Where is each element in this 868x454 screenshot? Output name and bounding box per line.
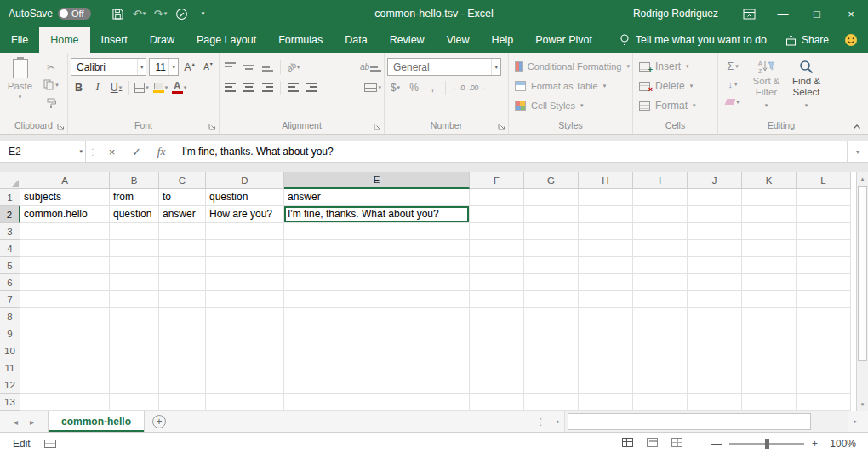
formula-input[interactable]: I'm fine, thanks. What about you?: [174, 141, 847, 162]
cell-G4[interactable]: [524, 240, 579, 257]
cell-J9[interactable]: [688, 325, 742, 342]
cell-A7[interactable]: [20, 291, 110, 308]
cancel-button[interactable]: ×: [100, 141, 124, 162]
cell-L12[interactable]: [797, 376, 851, 394]
wrap-text-button[interactable]: ab: [360, 59, 381, 75]
cell-L5[interactable]: [797, 257, 851, 274]
cell-A5[interactable]: [20, 257, 110, 274]
decrease-indent-button[interactable]: [285, 79, 301, 95]
ribbon-tab-view[interactable]: View: [436, 27, 481, 53]
cell-G10[interactable]: [524, 342, 579, 359]
row-header-9[interactable]: 9: [0, 325, 20, 342]
column-header-F[interactable]: F: [470, 172, 524, 189]
cell-A1[interactable]: subjects: [20, 189, 110, 206]
new-sheet-button[interactable]: +: [145, 411, 174, 432]
cell-H7[interactable]: [579, 291, 633, 308]
cell-B4[interactable]: [110, 240, 159, 257]
cell-K10[interactable]: [742, 342, 797, 359]
cell-K6[interactable]: [742, 274, 797, 291]
cell-D8[interactable]: [206, 308, 284, 325]
cell-K2[interactable]: [742, 206, 797, 223]
format-cells-button[interactable]: Format▾: [636, 96, 715, 115]
cell-F7[interactable]: [470, 291, 524, 308]
cell-D12[interactable]: [206, 376, 284, 394]
feedback-smiley-button[interactable]: [844, 27, 868, 53]
cell-I6[interactable]: [633, 274, 688, 291]
cell-J1[interactable]: [688, 189, 742, 206]
increase-indent-button[interactable]: [304, 79, 320, 95]
vertical-scrollbar-thumb[interactable]: [858, 186, 867, 361]
cell-G7[interactable]: [524, 291, 579, 308]
cell-I4[interactable]: [633, 240, 688, 257]
cell-J8[interactable]: [688, 308, 742, 325]
cell-B11[interactable]: [110, 359, 159, 376]
ribbon-tab-insert[interactable]: Insert: [90, 27, 139, 53]
cell-C5[interactable]: [159, 257, 206, 274]
cell-J13[interactable]: [688, 394, 742, 411]
cell-H11[interactable]: [579, 359, 633, 376]
cell-H2[interactable]: [579, 206, 633, 223]
page-break-view-button[interactable]: [671, 438, 682, 450]
cell-B12[interactable]: [110, 376, 159, 394]
column-header-I[interactable]: I: [633, 172, 688, 189]
cell-B3[interactable]: [110, 223, 159, 240]
cut-button[interactable]: ✂: [39, 60, 63, 74]
cell-A3[interactable]: [20, 223, 110, 240]
cell-J5[interactable]: [688, 257, 742, 274]
cell-K8[interactable]: [742, 308, 797, 325]
ribbon-tab-power-pivot[interactable]: Power Pivot: [524, 27, 603, 53]
horizontal-scrollbar-track[interactable]: [564, 411, 848, 432]
ribbon-tab-draw[interactable]: Draw: [139, 27, 186, 53]
percent-style-button[interactable]: %: [406, 79, 422, 95]
cell-A6[interactable]: [20, 274, 110, 291]
cell-E8[interactable]: [284, 308, 470, 325]
cell-L11[interactable]: [797, 359, 851, 376]
autosave-toggle[interactable]: AutoSave Off: [9, 8, 91, 20]
cell-F13[interactable]: [470, 394, 524, 411]
cell-H13[interactable]: [579, 394, 633, 411]
cell-E1[interactable]: answer: [284, 189, 470, 206]
cell-C2[interactable]: answer: [159, 206, 206, 223]
row-header-6[interactable]: 6: [0, 274, 20, 291]
bottom-align-button[interactable]: [260, 59, 276, 75]
ribbon-tab-page-layout[interactable]: Page Layout: [186, 27, 267, 53]
cell-L6[interactable]: [797, 274, 851, 291]
cell-B2[interactable]: question: [110, 206, 159, 223]
customize-quick-access-toolbar-button[interactable]: ▾: [194, 2, 213, 26]
cell-C3[interactable]: [159, 223, 206, 240]
cell-H8[interactable]: [579, 308, 633, 325]
scroll-right-button[interactable]: ▸: [848, 411, 863, 432]
zoom-level[interactable]: 100%: [825, 438, 856, 450]
cell-B1[interactable]: from: [110, 189, 159, 206]
ribbon-tab-home[interactable]: Home: [39, 27, 89, 53]
cell-J3[interactable]: [688, 223, 742, 240]
cell-H12[interactable]: [579, 376, 633, 394]
cell-A4[interactable]: [20, 240, 110, 257]
previous-sheet-button[interactable]: ◂: [14, 417, 18, 427]
column-header-B[interactable]: B: [110, 172, 159, 189]
borders-button[interactable]: ▾: [134, 79, 150, 95]
tab-scrollbar-splitter[interactable]: ⋮: [536, 417, 545, 428]
font-family-select[interactable]: Calibri▾: [71, 58, 146, 76]
cell-G11[interactable]: [524, 359, 579, 376]
insert-function-button[interactable]: fx: [149, 141, 174, 162]
cell-A12[interactable]: [20, 376, 110, 394]
increase-decimal-button[interactable]: ←.0: [450, 79, 466, 95]
column-header-L[interactable]: L: [797, 172, 851, 189]
cell-F6[interactable]: [470, 274, 524, 291]
cell-H3[interactable]: [579, 223, 633, 240]
minimize-button[interactable]: —: [766, 0, 800, 27]
share-button[interactable]: Share: [785, 27, 844, 53]
row-header-8[interactable]: 8: [0, 308, 20, 325]
cell-C7[interactable]: [159, 291, 206, 308]
cell-E11[interactable]: [284, 359, 470, 376]
column-header-H[interactable]: H: [579, 172, 633, 189]
cell-H4[interactable]: [579, 240, 633, 257]
top-align-button[interactable]: [222, 59, 238, 75]
cell-J6[interactable]: [688, 274, 742, 291]
close-button[interactable]: ×: [834, 0, 868, 27]
decrease-decimal-button[interactable]: .00→: [469, 79, 486, 95]
copy-button[interactable]: ▾: [39, 78, 63, 92]
cell-I5[interactable]: [633, 257, 688, 274]
paste-button[interactable]: Paste ▾: [3, 55, 37, 119]
